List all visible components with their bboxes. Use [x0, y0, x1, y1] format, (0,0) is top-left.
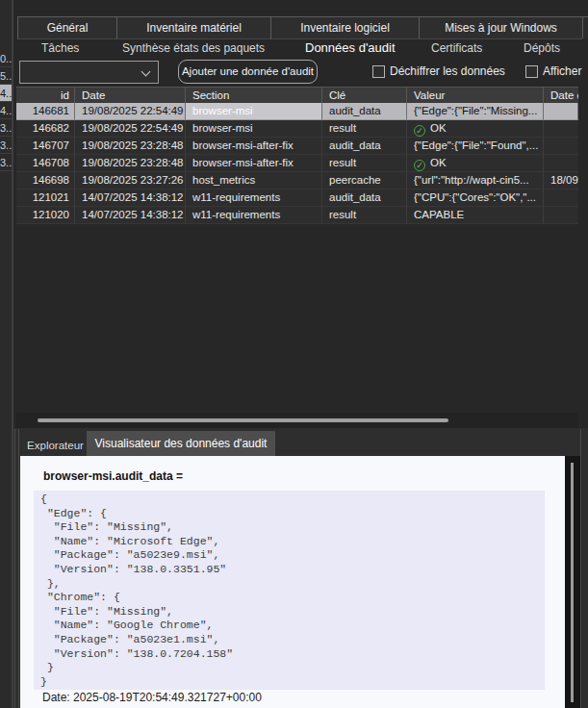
host-detail-tabbar-row1: Général Inventaire matériel Inventaire l… — [17, 16, 588, 38]
cell-date-c — [544, 138, 578, 155]
panel-frame-line — [14, 429, 15, 708]
cell-key: audit_data — [322, 190, 407, 207]
cell-section: browser-msi-after-fix — [186, 138, 322, 155]
column-header-id[interactable]: id — [16, 88, 75, 103]
cell-value: {"url":"http://wapt-cin5... — [407, 172, 544, 190]
panel-frame-line — [18, 429, 19, 708]
success-check-icon: ✓ — [414, 125, 425, 137]
show-checkbox-label: Afficher — [543, 63, 581, 79]
column-header-section[interactable]: Section — [186, 88, 322, 103]
tab-donnees-audit[interactable]: Données d'audit — [305, 38, 396, 57]
vertical-scrollbar-thumb[interactable] — [571, 463, 574, 702]
audit-table-header: id Date Section Clé Valeur Date c — [16, 87, 578, 103]
cell-key: result — [322, 155, 407, 172]
tab-taches[interactable]: Tâches — [41, 39, 79, 58]
cell-section: browser-msi-after-fix — [186, 155, 322, 172]
cell-date-c: 18/09 — [544, 172, 578, 190]
tab-explorateur[interactable]: Explorateur — [24, 435, 87, 456]
cell-key: audit_data — [322, 138, 407, 155]
table-row[interactable]: 121021 14/07/2025 14:38:12 w11-requireme… — [16, 190, 578, 207]
cell-date: 14/07/2025 14:38:12 — [75, 190, 186, 207]
cell-date: 14/07/2025 14:38:12 — [75, 207, 186, 224]
host-row-fragment-selected[interactable]: 4.. — [0, 85, 12, 102]
table-row-selected[interactable]: 146681 19/08/2025 22:54:49 browser-msi a… — [16, 103, 578, 120]
table-row[interactable]: 146682 19/08/2025 22:54:49 browser-msi r… — [16, 120, 578, 138]
host-row-fragment[interactable]: 5.. — [0, 67, 12, 85]
host-row-fragment[interactable]: 0.. — [0, 50, 12, 67]
decrypt-data-checkbox-label: Déchiffrer les données — [390, 63, 505, 79]
cell-value: ✓OK — [407, 155, 544, 172]
cell-key: audit_data — [322, 103, 407, 120]
cell-section: w11-requirements — [186, 190, 322, 207]
cell-id: 146698 — [16, 172, 75, 190]
host-row-fragment[interactable]: 3.. — [0, 154, 12, 171]
cell-section: w11-requirements — [186, 207, 322, 224]
cell-date: 19/08/2025 23:28:48 — [75, 138, 186, 155]
tab-certificats[interactable]: Certificats — [431, 39, 482, 58]
add-audit-data-button[interactable]: Ajouter une donnée d'audit — [178, 60, 318, 84]
cell-date-c — [544, 155, 578, 172]
cell-id: 121020 — [16, 207, 75, 224]
column-header-valeur[interactable]: Valeur — [407, 88, 544, 103]
cell-id: 146681 — [16, 103, 75, 120]
audit-data-viewer-panel: browser-msi.audit_data = { "Edge": { "Fi… — [20, 456, 565, 708]
cell-id: 146682 — [16, 120, 75, 138]
cell-date-c — [544, 207, 578, 224]
cell-value: {"Edge":{"File":"Missing... — [407, 103, 544, 120]
cell-value: {"CPU":{"Cores":"OK","... — [407, 190, 544, 207]
cell-value: CAPABLE — [407, 207, 544, 224]
tabbar-filler — [582, 17, 588, 38]
table-row[interactable]: 121020 14/07/2025 14:38:12 w11-requireme… — [16, 207, 578, 224]
cell-date: 19/08/2025 23:28:48 — [75, 155, 186, 172]
viewer-date-line: Date: 2025-08-19T20:54:49.321727+00:00 — [42, 691, 262, 704]
cell-date: 19/08/2025 22:54:49 — [75, 103, 186, 120]
host-row-fragment[interactable]: 3.. — [0, 137, 12, 154]
tab-general[interactable]: Général — [17, 17, 116, 39]
cell-id: 121021 — [16, 190, 75, 207]
cell-section: browser-msi — [186, 120, 322, 138]
tab-depots[interactable]: Dépôts — [524, 39, 560, 58]
cell-section-focused: browser-msi — [186, 103, 322, 120]
tab-inventaire-logiciel[interactable]: Inventaire logiciel — [270, 17, 419, 39]
show-checkbox[interactable] — [525, 65, 538, 78]
tab-visualisateur-donnees-audit[interactable]: Visualisateur des données d'audit — [87, 431, 275, 456]
cell-key: result — [322, 207, 407, 224]
table-row[interactable]: 146708 19/08/2025 23:28:48 browser-msi-a… — [16, 155, 578, 172]
column-header-date[interactable]: Date — [75, 88, 186, 103]
table-row[interactable]: 146707 19/08/2025 23:28:48 browser-msi-a… — [16, 138, 578, 155]
panel-frame-line — [580, 429, 581, 708]
chevron-down-icon — [141, 67, 151, 77]
column-header-cle[interactable]: Clé — [322, 88, 407, 103]
horizontal-scrollbar-thumb[interactable] — [38, 418, 448, 422]
cell-id: 146708 — [16, 155, 75, 172]
cell-id: 146707 — [16, 138, 75, 155]
audit-section-combobox[interactable] — [19, 61, 159, 84]
host-row-fragment[interactable]: 3.. — [0, 119, 12, 137]
success-check-icon: ✓ — [414, 160, 425, 171]
host-row-fragment[interactable]: 4.. — [0, 102, 12, 119]
decrypt-data-checkbox[interactable] — [372, 65, 385, 78]
viewer-heading: browser-msi.audit_data = — [43, 469, 183, 483]
cell-date: 19/08/2025 23:27:26 — [75, 172, 186, 190]
table-row[interactable]: 146698 19/08/2025 23:27:26 host_metrics … — [16, 172, 578, 190]
cell-key: peercache — [322, 172, 407, 190]
tab-inventaire-materiel[interactable]: Inventaire matériel — [116, 17, 270, 39]
cell-date: 19/08/2025 22:54:49 — [75, 120, 186, 138]
cell-value: {"Edge":{"File":"Found",... — [407, 138, 544, 155]
tab-synthese-etats-paquets[interactable]: Synthèse états des paquets — [122, 39, 265, 58]
cell-date-c — [544, 103, 578, 120]
tab-mises-a-jour-windows[interactable]: Mises à jour Windows — [419, 17, 582, 39]
cell-key: result — [322, 120, 407, 138]
cell-value: ✓OK — [407, 120, 544, 138]
cell-date-c — [544, 120, 578, 138]
cell-section: host_metrics — [186, 172, 322, 190]
column-header-date-c[interactable]: Date c — [544, 88, 578, 103]
cell-date-c — [544, 190, 578, 207]
json-value-block: { "Edge": { "File": "Missing", "Name": "… — [34, 491, 545, 690]
json-value-text: { "Edge": { "File": "Missing", "Name": "… — [34, 491, 545, 689]
hosts-grid-sliver: 0.. 5.. 4.. 4.. 3.. 3.. 3.. — [0, 0, 12, 708]
